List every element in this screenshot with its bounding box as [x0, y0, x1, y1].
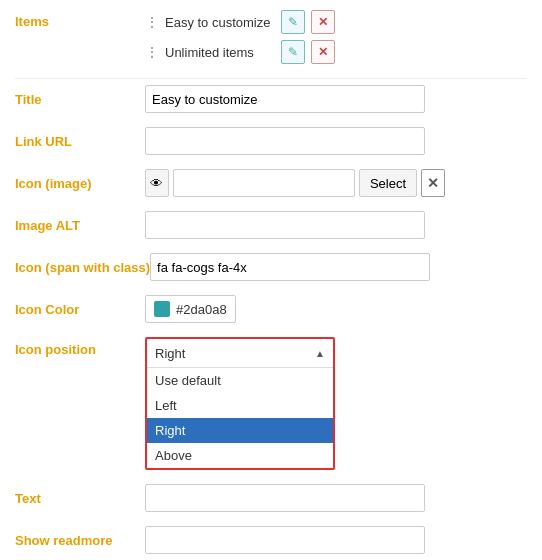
dropdown-option-above[interactable]: Above [147, 443, 333, 468]
clear-icon-button[interactable]: ✕ [421, 169, 445, 197]
color-hex-value: #2da0a8 [176, 302, 227, 317]
item-name: Easy to customize [165, 15, 275, 30]
link-url-input[interactable] [145, 127, 425, 155]
text-label: Text [15, 491, 145, 506]
text-row: Text [15, 484, 527, 512]
chevron-down-icon: ▲ [315, 348, 325, 359]
preview-icon-button[interactable]: 👁 [145, 169, 169, 197]
link-url-row: Link URL [15, 127, 527, 155]
divider [15, 78, 527, 79]
edit-item-button[interactable]: ✎ [281, 40, 305, 64]
remove-item-button[interactable]: ✕ [311, 40, 335, 64]
color-swatch [154, 301, 170, 317]
color-picker-button[interactable]: #2da0a8 [145, 295, 236, 323]
close-icon: ✕ [318, 15, 328, 29]
text-input[interactable] [145, 484, 425, 512]
close-icon: ✕ [427, 175, 439, 191]
icon-color-label: Icon Color [15, 302, 145, 317]
icon-position-row: Icon position Right ▲ Use default Left R… [15, 337, 527, 470]
image-alt-row: Image ALT [15, 211, 527, 239]
dropdown-header[interactable]: Right ▲ [147, 339, 333, 367]
icon-image-label: Icon (image) [15, 176, 145, 191]
eye-icon: 👁 [150, 176, 163, 191]
item-name: Unlimited items [165, 45, 275, 60]
link-url-label: Link URL [15, 134, 145, 149]
icon-color-row: Icon Color #2da0a8 [15, 295, 527, 323]
dropdown-option-left[interactable]: Left [147, 393, 333, 418]
icon-position-label: Icon position [15, 337, 145, 357]
icon-span-row: Icon (span with class) [15, 253, 527, 281]
dropdown-option-right[interactable]: Right [147, 418, 333, 443]
image-alt-label: Image ALT [15, 218, 145, 233]
edit-icon: ✎ [288, 15, 298, 29]
list-item: ⋮ Easy to customize ✎ ✕ [145, 10, 527, 34]
dropdown-selected-value: Right [155, 346, 185, 361]
dropdown-option-use-default[interactable]: Use default [147, 368, 333, 393]
select-button[interactable]: Select [359, 169, 417, 197]
show-readmore-input[interactable] [145, 526, 425, 554]
drag-handle-icon[interactable]: ⋮ [145, 14, 159, 30]
show-readmore-row: Show readmore [15, 526, 527, 554]
image-alt-input[interactable] [145, 211, 425, 239]
drag-handle-icon[interactable]: ⋮ [145, 44, 159, 60]
edit-item-button[interactable]: ✎ [281, 10, 305, 34]
items-list: ⋮ Easy to customize ✎ ✕ ⋮ Unlimited item… [145, 10, 527, 64]
title-row: Title [15, 85, 527, 113]
show-readmore-label: Show readmore [15, 533, 145, 548]
items-section: Items ⋮ Easy to customize ✎ ✕ ⋮ Unlimite… [15, 10, 527, 64]
close-icon: ✕ [318, 45, 328, 59]
icon-position-dropdown[interactable]: Right ▲ Use default Left Right Above [145, 337, 335, 470]
remove-item-button[interactable]: ✕ [311, 10, 335, 34]
icon-image-row: Icon (image) 👁 Select ✕ [15, 169, 527, 197]
icon-span-input[interactable] [150, 253, 430, 281]
items-label: Items [15, 10, 145, 29]
title-label: Title [15, 92, 145, 107]
edit-icon: ✎ [288, 45, 298, 59]
list-item: ⋮ Unlimited items ✎ ✕ [145, 40, 527, 64]
icon-span-label: Icon (span with class) [15, 260, 150, 275]
icon-image-controls: 👁 Select ✕ [145, 169, 445, 197]
dropdown-options: Use default Left Right Above [147, 367, 333, 468]
title-input[interactable] [145, 85, 425, 113]
icon-image-input[interactable] [173, 169, 355, 197]
